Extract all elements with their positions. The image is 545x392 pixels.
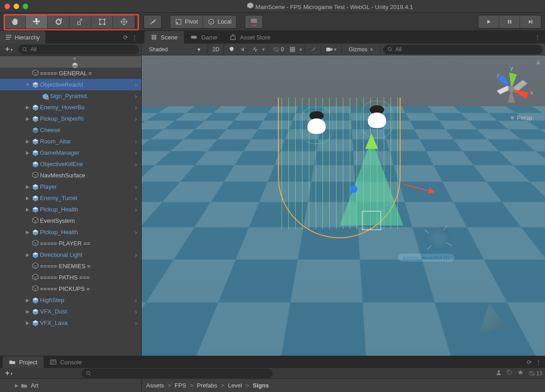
open-prefab-icon[interactable]: › [135, 229, 141, 236]
project-breadcrumb[interactable]: Assets>FPS>Prefabs>Level>Signs [142, 379, 545, 392]
scale-tool-button[interactable] [69, 15, 91, 29]
grid-toggle-button[interactable] [287, 45, 297, 54]
scene-root-row[interactable]: ▼ MainScene* ⋮ [0, 56, 141, 68]
options-icon[interactable]: ⋮ [132, 34, 138, 41]
hidden-toggle-button[interactable]: 13 [528, 370, 542, 377]
tree-row[interactable]: ▶Pickup_Health› [0, 226, 141, 238]
window-minimize-button[interactable] [14, 4, 19, 9]
open-prefab-icon[interactable]: › [135, 149, 141, 157]
open-prefab-icon[interactable]: › [135, 319, 141, 327]
snap-toggle-button[interactable] [245, 15, 263, 29]
expand-toggle[interactable]: ▶ [25, 309, 31, 315]
expand-toggle[interactable]: ▶ [25, 320, 31, 326]
options-icon[interactable]: ⋮ [535, 359, 541, 366]
expand-toggle[interactable]: ▶ [25, 206, 31, 213]
project-create-button[interactable] [3, 369, 15, 378]
project-folder-tree[interactable]: ▶ Art [0, 379, 142, 392]
lock-icon[interactable]: ⟳ [527, 359, 532, 366]
hierarchy-search-input[interactable]: All [18, 45, 139, 54]
game-tab[interactable]: Game [184, 31, 223, 44]
tree-row[interactable]: ===== GENERAL = [0, 68, 141, 79]
expand-toggle[interactable]: ▶ [25, 116, 31, 122]
tree-row[interactable]: ▶Enemy_HoverBo› [0, 102, 141, 113]
tree-row[interactable]: ▶Directional Light› [0, 249, 141, 260]
tree-row[interactable]: ObjectiveKillEne› [0, 158, 141, 170]
tree-row[interactable]: ▶Pickup_Health› [0, 204, 141, 215]
filter-favorites-button[interactable] [495, 369, 502, 377]
breadcrumb-segment[interactable]: Level [228, 382, 242, 389]
console-tab[interactable]: Console [44, 356, 88, 368]
hidden-objects-button[interactable]: 0 [271, 45, 286, 54]
open-prefab-icon[interactable]: › [135, 104, 141, 111]
expand-toggle[interactable]: ▼ [72, 56, 78, 61]
breadcrumb-segment[interactable]: Prefabs [197, 382, 218, 389]
pivot-toggle-button[interactable]: Pivot [170, 15, 203, 28]
tree-row[interactable]: ▶VFX_Dust› [0, 306, 141, 317]
audio-toggle-button[interactable] [238, 45, 248, 54]
hierarchy-tab[interactable]: Hierarchy [0, 31, 45, 44]
projection-toggle[interactable]: ≡ Persp [510, 114, 532, 121]
open-prefab-icon[interactable]: › [135, 93, 141, 100]
tree-row[interactable]: ▶VFX_Lava› [0, 317, 141, 328]
folder-row[interactable]: ▶ Art [0, 380, 141, 391]
transform-tool-button[interactable] [113, 15, 135, 29]
tree-row[interactable]: ===== PATHS === [0, 272, 141, 283]
open-prefab-icon[interactable]: › [135, 195, 141, 202]
orientation-gizmo[interactable]: y x z [484, 62, 539, 116]
open-prefab-icon[interactable]: › [135, 297, 141, 304]
object-label-badge[interactable]: Enemy_HoverBot (1) [398, 254, 455, 262]
expand-toggle[interactable]: ▶ [25, 195, 31, 201]
expand-toggle[interactable]: ▶ [25, 229, 31, 235]
project-tab[interactable]: Project [3, 356, 44, 368]
scene-search-input[interactable]: All [383, 45, 542, 54]
open-prefab-icon[interactable]: › [135, 308, 141, 315]
open-prefab-icon[interactable]: › [135, 206, 141, 213]
options-icon[interactable]: ⋮ [530, 34, 545, 41]
lighting-toggle-button[interactable] [227, 45, 237, 54]
open-prefab-icon[interactable]: › [135, 251, 141, 259]
tree-row[interactable]: Cheese [0, 124, 141, 136]
tree-row[interactable]: NavMeshSurface [0, 170, 141, 181]
window-maximize-button[interactable] [23, 4, 28, 9]
camera-settings-button[interactable]: ▾ [324, 45, 338, 54]
open-prefab-icon[interactable]: › [135, 183, 141, 191]
tree-row[interactable]: ▶HighStep› [0, 294, 141, 306]
breadcrumb-segment[interactable]: Signs [253, 382, 269, 389]
tree-row[interactable]: ===== PLAYER == [0, 238, 141, 249]
play-button[interactable] [478, 15, 499, 28]
tree-row[interactable]: Sign_Pyramid.› [0, 90, 141, 102]
expand-toggle[interactable]: ▶ [25, 138, 31, 145]
lock-icon[interactable]: ⟳ [123, 34, 128, 41]
move-gizmo-origin[interactable] [350, 186, 357, 193]
tree-row[interactable]: ▶GameManager› [0, 147, 141, 158]
open-prefab-icon[interactable]: › [135, 115, 141, 122]
rotate-tool-button[interactable] [48, 15, 69, 29]
hierarchy-tree[interactable]: ▼ MainScene* ⋮ ===== GENERAL =▼Objective… [0, 55, 141, 356]
move-tool-button[interactable] [26, 15, 48, 29]
expand-toggle[interactable]: ▶ [25, 252, 31, 258]
filter-label-button[interactable] [517, 369, 524, 377]
scene-tab[interactable]: Scene [144, 31, 184, 44]
open-prefab-icon[interactable]: › [135, 138, 141, 145]
shading-mode-dropdown[interactable]: Shaded ▾ [144, 45, 205, 54]
tree-row[interactable]: EventSystem [0, 215, 141, 226]
local-toggle-button[interactable]: Local [203, 15, 236, 28]
tree-row[interactable]: ▶Pickup_SniperRi› [0, 113, 141, 124]
window-close-button[interactable] [5, 4, 10, 9]
chevron-down-icon[interactable]: ▾ [299, 46, 302, 53]
hand-tool-button[interactable] [4, 15, 26, 29]
expand-toggle[interactable]: ▶ [25, 184, 31, 190]
tree-row[interactable]: ===== PICKUPS = [0, 283, 141, 294]
asset-store-tab[interactable]: Asset Store [223, 31, 277, 44]
tree-row[interactable]: ===== ENEMIES = [0, 260, 141, 272]
2d-toggle-button[interactable]: 2D [211, 45, 221, 54]
chevron-down-icon[interactable]: ▾ [262, 46, 265, 53]
filter-type-button[interactable] [506, 369, 513, 377]
tools-button[interactable] [308, 45, 318, 54]
breadcrumb-segment[interactable]: Assets [146, 382, 164, 389]
expand-toggle[interactable]: ▶ [25, 297, 31, 304]
breadcrumb-segment[interactable]: FPS [175, 382, 186, 389]
tree-row[interactable]: ▶Player› [0, 181, 141, 192]
tree-row[interactable]: ▶Enemy_Turret› [0, 192, 141, 204]
step-button[interactable] [520, 15, 541, 28]
